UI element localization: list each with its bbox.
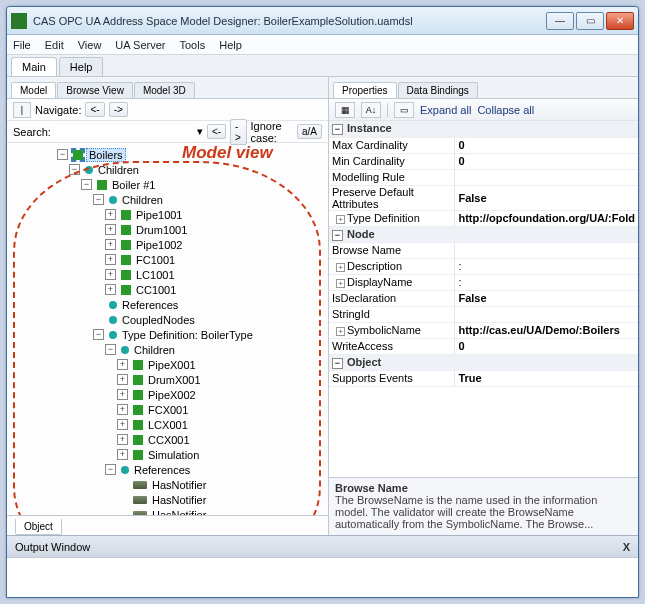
prop-value[interactable] — [455, 169, 638, 185]
tab-model3d[interactable]: Model 3D — [134, 82, 195, 98]
expand-all-button[interactable]: Expand all — [420, 104, 471, 116]
prop-value[interactable]: : — [455, 258, 638, 274]
expander-icon[interactable]: − — [57, 149, 68, 160]
expander-icon[interactable]: + — [105, 269, 116, 280]
ignorecase-toggle[interactable]: a/A — [297, 124, 322, 139]
tree-node-couplednodes[interactable]: CoupledNodes — [120, 314, 197, 326]
expander-icon[interactable]: + — [117, 449, 128, 460]
expander-icon[interactable]: + — [105, 254, 116, 265]
menu-view[interactable]: View — [78, 39, 102, 51]
output-close-icon[interactable]: X — [623, 541, 630, 553]
tree-node-boilers[interactable]: Boilers — [86, 148, 126, 162]
menu-file[interactable]: File — [13, 39, 31, 51]
property-grid[interactable]: −Instance Max Cardinality0 Min Cardinali… — [329, 121, 638, 477]
prop-name[interactable]: Modelling Rule — [329, 169, 455, 185]
tab-browseview[interactable]: Browse View — [57, 82, 133, 98]
tree-node[interactable]: Pipe1001 — [134, 209, 185, 221]
prop-value[interactable]: 0 — [455, 153, 638, 169]
categorized-icon[interactable]: ▦ — [335, 102, 355, 118]
tree-node[interactable]: HasNotifier — [150, 479, 208, 491]
sub-expander-icon[interactable]: + — [336, 279, 345, 288]
expander-icon[interactable]: − — [93, 329, 104, 340]
tree-node[interactable]: PipeX001 — [146, 359, 198, 371]
expander-icon[interactable]: + — [105, 284, 116, 295]
expander-icon[interactable]: + — [105, 239, 116, 250]
expander-icon[interactable]: − — [69, 164, 80, 175]
tree-node[interactable]: Drum1001 — [134, 224, 189, 236]
prop-name[interactable]: StringId — [329, 306, 455, 322]
tree-node-references[interactable]: References — [120, 299, 180, 311]
prop-name[interactable]: Supports Events — [329, 370, 455, 386]
prop-value[interactable]: False — [455, 185, 638, 210]
tree-node[interactable]: Simulation — [146, 449, 201, 461]
tree-node[interactable]: DrumX001 — [146, 374, 203, 386]
sub-expander-icon[interactable]: + — [336, 327, 345, 336]
prop-name[interactable]: WriteAccess — [329, 338, 455, 354]
prop-value[interactable]: False — [455, 290, 638, 306]
tab-properties[interactable]: Properties — [333, 82, 397, 98]
expander-icon[interactable]: + — [117, 419, 128, 430]
tab-help[interactable]: Help — [59, 57, 104, 76]
expander-icon[interactable]: − — [93, 194, 104, 205]
prop-value[interactable]: 0 — [455, 338, 638, 354]
prop-value[interactable] — [455, 242, 638, 258]
propertypages-icon[interactable]: ▭ — [394, 102, 414, 118]
expander-icon[interactable]: + — [105, 209, 116, 220]
tree-node[interactable]: HasNotifier — [150, 494, 208, 506]
tree-node-typedef[interactable]: Type Definition: BoilerType — [120, 329, 255, 341]
expander-icon[interactable]: + — [117, 404, 128, 415]
tree-node[interactable]: LC1001 — [134, 269, 177, 281]
tree-node[interactable]: HasNotifier — [150, 509, 208, 516]
search-back-button[interactable]: <- — [207, 124, 226, 139]
category-expander-icon[interactable]: − — [332, 358, 343, 369]
tree-node[interactable]: FCX001 — [146, 404, 190, 416]
expander-icon[interactable]: − — [81, 179, 92, 190]
nav-forward-button[interactable]: -> — [109, 102, 128, 117]
tab-object[interactable]: Object — [15, 519, 62, 535]
prop-name[interactable]: Browse Name — [329, 242, 455, 258]
prop-name[interactable]: SymbolicName — [347, 324, 421, 336]
search-forward-button[interactable]: -> — [230, 119, 246, 145]
prop-value[interactable] — [455, 306, 638, 322]
prop-value[interactable]: http://cas.eu/UA/Demo/:Boilers — [455, 322, 638, 338]
prop-name[interactable]: DisplayName — [347, 276, 412, 288]
prop-value[interactable]: True — [455, 370, 638, 386]
tab-model[interactable]: Model — [11, 82, 56, 98]
category-expander-icon[interactable]: − — [332, 230, 343, 241]
tree-node[interactable]: PipeX002 — [146, 389, 198, 401]
tree-node-boiler1[interactable]: Boiler #1 — [110, 179, 157, 191]
tree-node[interactable]: CCX001 — [146, 434, 192, 446]
expander-icon[interactable]: + — [117, 374, 128, 385]
menu-uaserver[interactable]: UA Server — [115, 39, 165, 51]
expander-icon[interactable]: − — [105, 344, 116, 355]
model-tree[interactable]: −Boilers Model view −Children −Boiler #1… — [7, 143, 328, 515]
maximize-button[interactable]: ▭ — [576, 12, 604, 30]
prop-name[interactable]: Description — [347, 260, 402, 272]
search-dropdown-icon[interactable]: ▾ — [197, 125, 203, 138]
prop-name[interactable]: Min Cardinality — [329, 153, 455, 169]
tab-main[interactable]: Main — [11, 57, 57, 76]
tree-node[interactable]: Pipe1002 — [134, 239, 185, 251]
prop-value[interactable]: http://opcfoundation.org/UA/:Fold — [455, 210, 638, 226]
tree-node[interactable]: LCX001 — [146, 419, 190, 431]
search-input[interactable] — [55, 126, 193, 138]
prop-name[interactable]: IsDeclaration — [329, 290, 455, 306]
prop-name[interactable]: Type Definition — [347, 212, 420, 224]
expander-icon[interactable]: + — [117, 359, 128, 370]
menu-edit[interactable]: Edit — [45, 39, 64, 51]
category-expander-icon[interactable]: − — [332, 124, 343, 135]
nav-back-button[interactable]: <- — [85, 102, 104, 117]
expander-icon[interactable]: + — [105, 224, 116, 235]
menu-tools[interactable]: Tools — [180, 39, 206, 51]
tree-node[interactable]: Children — [120, 194, 165, 206]
tree-node[interactable]: FC1001 — [134, 254, 177, 266]
tree-node[interactable]: References — [132, 464, 192, 476]
expander-icon[interactable]: + — [117, 434, 128, 445]
expander-icon[interactable]: − — [105, 464, 116, 475]
collapse-all-button[interactable]: Collapse all — [477, 104, 534, 116]
alphabetical-icon[interactable]: A↓ — [361, 102, 381, 118]
nav-pipe-icon[interactable]: | — [13, 102, 31, 118]
expander-icon[interactable]: + — [117, 389, 128, 400]
sub-expander-icon[interactable]: + — [336, 263, 345, 272]
prop-name[interactable]: Preserve Default Attributes — [329, 185, 455, 210]
